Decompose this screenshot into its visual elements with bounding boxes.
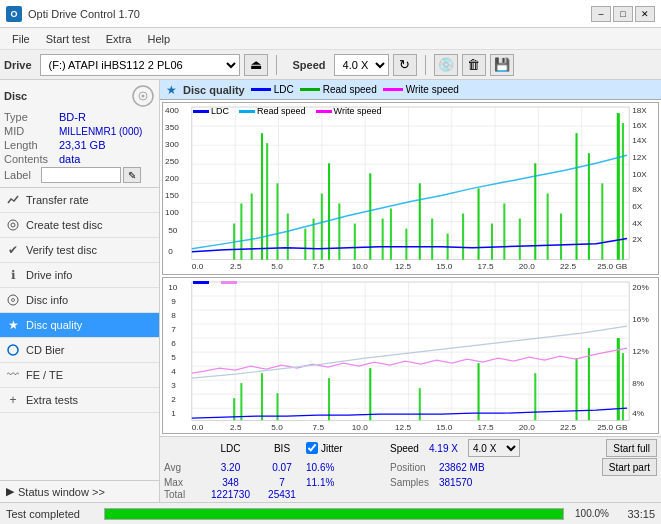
speed-select[interactable]: 4.0 X 2.0 X 8.0 X [334, 54, 389, 76]
app-title: Opti Drive Control 1.70 [28, 8, 140, 20]
dq-header: ★ Disc quality LDC Read speed Write spee… [160, 80, 661, 100]
speed-mode-select[interactable]: 4.0 X [468, 439, 520, 457]
svg-text:5.0: 5.0 [271, 262, 283, 271]
svg-text:2X: 2X [632, 235, 643, 244]
svg-rect-27 [251, 193, 253, 259]
minimize-button[interactable]: – [591, 6, 611, 22]
svg-rect-43 [431, 219, 433, 260]
svg-text:10X: 10X [632, 170, 647, 179]
svg-text:22.5: 22.5 [560, 262, 577, 271]
transfer-rate-item[interactable]: Transfer rate [0, 188, 159, 213]
start-part-button[interactable]: Start part [602, 458, 657, 476]
refresh-button[interactable]: ↻ [393, 54, 417, 76]
progress-bar-fill [105, 509, 563, 519]
jitter-checkbox-area: Jitter [306, 442, 386, 454]
contents-value: data [59, 153, 80, 165]
avg-ldc: 3.20 [203, 462, 258, 473]
length-label: Length [4, 139, 59, 151]
menu-extra[interactable]: Extra [98, 31, 140, 47]
titlebar: O Opti Drive Control 1.70 – □ ✕ [0, 0, 661, 28]
status-text: Test completed [6, 508, 96, 520]
save-btn[interactable]: 💾 [490, 54, 514, 76]
position-label: Position [390, 462, 435, 473]
total-label: Total [164, 489, 199, 500]
svg-text:10.0: 10.0 [352, 423, 369, 432]
close-button[interactable]: ✕ [635, 6, 655, 22]
legend-read: Read speed [300, 84, 377, 95]
svg-rect-55 [601, 183, 603, 259]
disc-info-item[interactable]: Disc info [0, 288, 159, 313]
svg-text:10.0: 10.0 [352, 262, 369, 271]
svg-text:12.5: 12.5 [395, 262, 412, 271]
mid-label: MID [4, 125, 59, 137]
jitter-checkbox[interactable] [306, 442, 318, 454]
disc-quality-item[interactable]: ★ Disc quality [0, 313, 159, 338]
svg-rect-26 [240, 203, 242, 259]
legend-ldc: LDC [251, 84, 294, 95]
avg-jitter: 10.6% [306, 462, 386, 473]
status-window-label: Status window >> [18, 486, 105, 498]
erase-btn[interactable]: 🗑 [462, 54, 486, 76]
max-jitter: 11.1% [306, 477, 386, 488]
start-full-button[interactable]: Start full [606, 439, 657, 457]
svg-text:2: 2 [171, 395, 176, 404]
svg-text:6: 6 [171, 339, 176, 348]
svg-text:250: 250 [165, 157, 179, 166]
disc-quality-label: Disc quality [26, 319, 82, 331]
eject-button[interactable]: ⏏ [244, 54, 268, 76]
svg-rect-87 [192, 282, 629, 420]
disc-icon-btn[interactable]: 💿 [434, 54, 458, 76]
disc-cd-icon [131, 84, 155, 108]
svg-rect-110 [328, 378, 330, 420]
svg-rect-34 [321, 193, 323, 259]
verify-test-disc-label: Verify test disc [26, 244, 97, 256]
app-icon: O [6, 6, 22, 22]
menubar: File Start test Extra Help [0, 28, 661, 50]
progress-text: 100.0% [572, 508, 612, 519]
svg-point-6 [12, 299, 15, 302]
maximize-button[interactable]: □ [613, 6, 633, 22]
chart1: 18X 16X 14X 12X 10X 8X 6X 4X 2X 400 350 … [162, 102, 659, 275]
svg-text:20.0: 20.0 [519, 423, 536, 432]
disc-info-icon [6, 293, 20, 307]
menu-start-test[interactable]: Start test [38, 31, 98, 47]
svg-text:0.0: 0.0 [192, 423, 204, 432]
create-test-disc-item[interactable]: Create test disc [0, 213, 159, 238]
ldc-col-header: LDC [203, 443, 258, 454]
svg-point-5 [8, 295, 18, 305]
stats-area: LDC BIS Jitter Speed 4.19 X 4.0 X Start … [160, 436, 661, 502]
svg-point-7 [8, 345, 18, 355]
transfer-rate-label: Transfer rate [26, 194, 89, 206]
svg-text:15.0: 15.0 [436, 423, 453, 432]
svg-text:400: 400 [165, 106, 179, 115]
svg-rect-111 [369, 368, 371, 420]
svg-text:6X: 6X [632, 203, 643, 212]
svg-text:10: 10 [168, 283, 178, 292]
svg-text:4%: 4% [632, 409, 644, 418]
menu-help[interactable]: Help [139, 31, 178, 47]
drive-info-item[interactable]: ℹ Drive info [0, 263, 159, 288]
drive-info-icon: ℹ [6, 268, 20, 282]
svg-text:25.0 GB: 25.0 GB [597, 423, 627, 432]
svg-rect-35 [328, 163, 330, 259]
svg-text:17.5: 17.5 [478, 262, 495, 271]
fe-te-label: FE / TE [26, 369, 63, 381]
verify-test-disc-item[interactable]: ✔ Verify test disc [0, 238, 159, 263]
drive-select[interactable]: (F:) ATAPI iHBS112 2 PL06 [40, 54, 240, 76]
fe-te-icon: 〰 [6, 368, 20, 382]
fe-te-item[interactable]: 〰 FE / TE [0, 363, 159, 388]
label-edit-button[interactable]: ✎ [123, 167, 141, 183]
cd-bier-item[interactable]: CD Bier [0, 338, 159, 363]
speed-label: Speed [285, 59, 330, 71]
chart1-ldc-label: LDC [211, 106, 229, 116]
status-window-btn[interactable]: ▶ Status window >> [0, 480, 159, 502]
menu-file[interactable]: File [4, 31, 38, 47]
svg-rect-28 [261, 133, 263, 260]
svg-text:100: 100 [165, 209, 179, 218]
samples-label: Samples [390, 477, 435, 488]
charts-area: 18X 16X 14X 12X 10X 8X 6X 4X 2X 400 350 … [160, 100, 661, 436]
extra-tests-item[interactable]: + Extra tests [0, 388, 159, 413]
svg-text:0.0: 0.0 [192, 262, 204, 271]
label-input[interactable] [41, 167, 121, 183]
avg-bis: 0.07 [262, 462, 302, 473]
